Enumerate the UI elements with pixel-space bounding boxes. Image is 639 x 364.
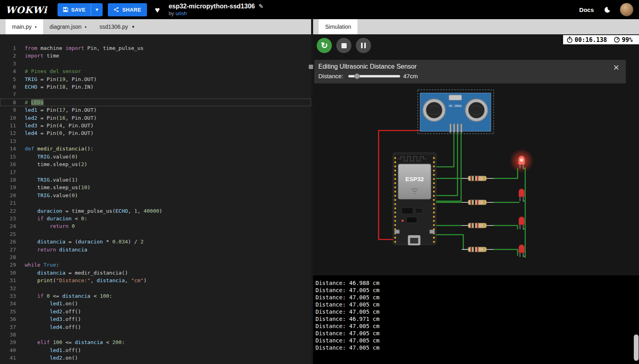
- code-line[interactable]: 1from machine import Pin, time_pulse_us: [0, 44, 311, 52]
- code-line[interactable]: 27 return distancia: [0, 246, 311, 253]
- share-button[interactable]: SHARE: [108, 3, 147, 16]
- line-number: 34: [0, 300, 25, 307]
- code-line[interactable]: 32: [0, 285, 311, 292]
- ultrasonic-sensor[interactable]: HC-SR04: [418, 90, 494, 134]
- code-line[interactable]: 33 if 0 <= distancia < 100:: [0, 292, 311, 300]
- code-line[interactable]: 20 TRIG.value(0): [0, 192, 311, 199]
- serial-line: Distance: 47.005 cm: [316, 308, 639, 315]
- share-label: SHARE: [122, 7, 141, 13]
- resistors[interactable]: [462, 176, 494, 252]
- avatar[interactable]: [620, 3, 633, 16]
- code-line[interactable]: 26 distancia = (duracion * 0.034) / 2: [0, 238, 311, 245]
- code-line[interactable]: 28: [0, 253, 311, 261]
- power-led: [401, 220, 403, 222]
- dark-mode-moon-icon[interactable]: [603, 6, 611, 14]
- project-title: esp32-micropython-ssd1306: [169, 3, 255, 10]
- heart-icon[interactable]: ♥: [155, 6, 160, 14]
- code-line[interactable]: 37 led4.off(): [0, 323, 311, 331]
- tab-ssd1306-py[interactable]: ssd1306.py ▾: [93, 19, 141, 34]
- line-number: 36: [0, 315, 25, 323]
- code-editor[interactable]: 1from machine import Pin, time_pulse_us2…: [0, 34, 311, 364]
- code-line[interactable]: 23 if duracion < 0:: [0, 215, 311, 222]
- code-line[interactable]: 19 time.sleep_us(10): [0, 184, 311, 191]
- code-line[interactable]: 16 time.sleep_us(2): [0, 160, 311, 168]
- esp32-board[interactable]: ESP32: [393, 153, 436, 245]
- code-line[interactable]: 39 elif 100 <= distancia < 200:: [0, 338, 311, 346]
- led[interactable]: [519, 189, 524, 201]
- wire-green: [437, 133, 454, 167]
- code-line[interactable]: 31 print("Distance:", distancia, "cm"): [0, 277, 311, 284]
- restart-simulation-button[interactable]: ↻: [317, 38, 332, 53]
- distance-slider[interactable]: [348, 73, 400, 79]
- code-line[interactable]: 10led2 = Pin(16, Pin.OUT): [0, 114, 311, 122]
- docs-link[interactable]: Docs: [579, 6, 594, 13]
- line-number: 29: [0, 261, 25, 269]
- code-line[interactable]: 11led3 = Pin(4, Pin.OUT): [0, 122, 311, 129]
- code-line[interactable]: 15 TRIG.value(0): [0, 153, 311, 160]
- code-line[interactable]: 14def medir_distancia():: [0, 145, 311, 152]
- code-line[interactable]: 40 led1.off(): [0, 346, 311, 354]
- tab-label: main.py: [12, 24, 32, 30]
- chevron-down-icon[interactable]: ▾: [131, 24, 134, 30]
- code-line[interactable]: 4# Pines del sensor: [0, 67, 311, 75]
- line-number: 27: [0, 246, 25, 253]
- line-number: 31: [0, 277, 25, 284]
- led[interactable]: [519, 245, 524, 257]
- line-number: 17: [0, 168, 25, 176]
- code-line[interactable]: 5TRIG = Pin(19, Pin.OUT): [0, 75, 311, 83]
- save-button[interactable]: SAVE ▼: [58, 3, 103, 16]
- stop-simulation-button[interactable]: [336, 38, 351, 53]
- code-line[interactable]: 17: [0, 168, 311, 176]
- serial-monitor[interactable]: Distance: 46.988 cmDistance: 47.005 cmDi…: [313, 275, 639, 364]
- code-line[interactable]: 25: [0, 230, 311, 238]
- boot-button[interactable]: [430, 230, 435, 233]
- wire-green: [437, 235, 468, 249]
- line-number: 28: [0, 253, 25, 261]
- resistor[interactable]: [462, 200, 494, 205]
- line-number: 26: [0, 238, 25, 245]
- save-dropdown-button[interactable]: ▼: [91, 3, 103, 16]
- line-number: 15: [0, 153, 25, 160]
- serial-scrollbar[interactable]: [634, 334, 639, 361]
- code-line[interactable]: 13: [0, 137, 311, 145]
- line-number: 33: [0, 292, 25, 300]
- code-line[interactable]: 34 led1.on(): [0, 300, 311, 307]
- share-icon: [113, 7, 119, 12]
- code-line[interactable]: 12led4 = Pin(0, Pin.OUT): [0, 129, 311, 137]
- author-link[interactable]: urish: [175, 10, 187, 16]
- code-line[interactable]: 30 distancia = medir_distancia(): [0, 269, 311, 277]
- code-line[interactable]: 36 led3.off(): [0, 315, 311, 323]
- en-button[interactable]: [395, 230, 399, 233]
- code-line[interactable]: 35 led2.off(): [0, 308, 311, 315]
- code-line[interactable]: 9led1 = Pin(17, Pin.OUT): [0, 106, 311, 114]
- code-line[interactable]: 24 return 0: [0, 222, 311, 230]
- resistor[interactable]: [462, 223, 494, 228]
- resistor[interactable]: [462, 247, 494, 252]
- line-number: 35: [0, 308, 25, 315]
- resistor[interactable]: [462, 176, 494, 181]
- tab-diagram-json[interactable]: diagram.json ●: [43, 19, 93, 34]
- code-line[interactable]: 6ECHO = Pin(18, Pin.IN): [0, 83, 311, 91]
- code-line[interactable]: 29while True:: [0, 261, 311, 269]
- slider-thumb[interactable]: [354, 73, 360, 79]
- circuit-canvas[interactable]: HC-SR04 E: [313, 83, 626, 275]
- close-icon[interactable]: ✕: [613, 64, 619, 71]
- edit-title-icon[interactable]: ✎: [258, 3, 264, 10]
- led[interactable]: [519, 217, 524, 229]
- pause-simulation-button[interactable]: [356, 38, 371, 53]
- tab-main-py[interactable]: main.py ●: [6, 19, 43, 34]
- code-line[interactable]: 18 TRIG.value(1): [0, 176, 311, 184]
- wokwi-logo[interactable]: WOKWi: [6, 4, 47, 15]
- line-number: 30: [0, 269, 25, 277]
- tab-simulation[interactable]: Simulation: [319, 19, 357, 34]
- code-line[interactable]: 21: [0, 199, 311, 207]
- code-line[interactable]: 22 duracion = time_pulse_us(ECHO, 1, 400…: [0, 207, 311, 215]
- code-line[interactable]: 3: [0, 60, 311, 67]
- code-line[interactable]: 7: [0, 91, 311, 98]
- code-line[interactable]: 8# LEDs: [0, 99, 311, 106]
- code-line[interactable]: 41 led2.on(): [0, 354, 311, 362]
- code-line[interactable]: 2import time: [0, 52, 311, 59]
- board-label: ESP32: [405, 176, 424, 182]
- code-line[interactable]: 38: [0, 331, 311, 338]
- line-number: 9: [0, 106, 25, 114]
